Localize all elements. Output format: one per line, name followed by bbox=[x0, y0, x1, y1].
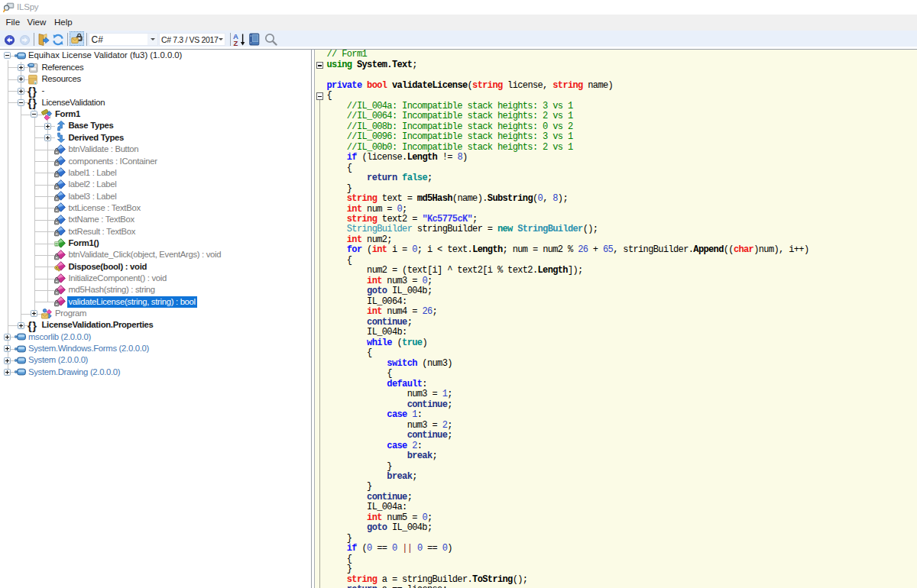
svg-text:Z: Z bbox=[234, 39, 238, 47]
